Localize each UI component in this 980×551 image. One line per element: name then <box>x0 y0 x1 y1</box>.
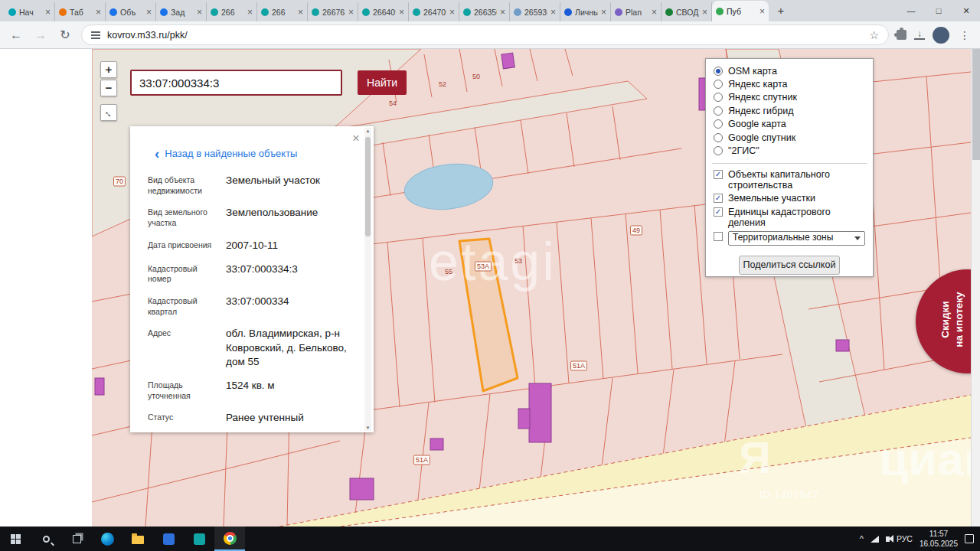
extensions-icon[interactable] <box>897 30 906 40</box>
tab-close-icon[interactable]: × <box>652 8 657 16</box>
browser-tab[interactable]: Личный× <box>560 2 611 21</box>
scroll-up-icon[interactable]: ▲ <box>364 129 371 133</box>
browser-tab[interactable]: СВОД О× <box>662 2 712 21</box>
browser-tab[interactable]: Таб× <box>55 2 106 21</box>
radio-icon[interactable] <box>714 80 723 89</box>
browser-tab[interactable]: 265936× <box>510 2 560 21</box>
start-button[interactable] <box>0 527 31 551</box>
url-text[interactable]: kovrov.m33.ru/pkk/ <box>107 30 862 41</box>
tray-expand-icon[interactable]: ^ <box>860 534 864 543</box>
volume-icon[interactable] <box>886 536 890 542</box>
downloads-icon[interactable]: ↓ <box>914 30 925 40</box>
base-layer-option[interactable]: Яндекс карта <box>714 77 865 90</box>
app-taskbar-button-2[interactable] <box>184 527 214 551</box>
radio-icon[interactable] <box>714 133 723 142</box>
chrome-taskbar-button[interactable] <box>214 527 245 551</box>
parcel-label[interactable]: 70 <box>113 177 126 187</box>
parcel-label[interactable]: 53А <box>475 262 492 272</box>
zoom-out-button[interactable]: − <box>100 80 117 96</box>
cadastral-search-input[interactable] <box>130 70 342 96</box>
browser-tab[interactable]: 266350× <box>459 2 510 21</box>
parcel-label[interactable]: 50 <box>472 73 480 80</box>
tab-close-icon[interactable]: × <box>500 8 505 16</box>
taskbar-search-button[interactable] <box>31 527 61 551</box>
parcel-label[interactable]: 51А <box>413 455 430 465</box>
edge-taskbar-button[interactable] <box>92 527 122 551</box>
explorer-taskbar-button[interactable] <box>122 527 153 551</box>
address-bar[interactable]: kovrov.m33.ru/pkk/ ☆ <box>81 24 889 45</box>
checkbox-icon[interactable]: ✓ <box>714 207 723 217</box>
close-icon[interactable]: × <box>352 131 360 146</box>
window-maximize-button[interactable]: □ <box>925 0 952 21</box>
browser-tab[interactable]: 264705× <box>409 2 459 21</box>
browser-tab[interactable]: 266× <box>207 2 257 21</box>
find-button[interactable]: Найти <box>358 70 407 95</box>
browser-tab[interactable]: 266763× <box>308 2 358 21</box>
zoom-in-button[interactable]: + <box>100 61 117 78</box>
parcel-label[interactable]: 55 <box>445 268 452 276</box>
radio-icon[interactable] <box>714 146 723 155</box>
tab-close-icon[interactable]: × <box>601 8 606 16</box>
browser-tab[interactable]: Нач× <box>5 2 55 21</box>
parcel-label[interactable]: 52 <box>439 80 446 88</box>
parcel-label[interactable]: 54 <box>389 99 397 107</box>
clock[interactable]: 11:57 16.05.2025 <box>920 529 958 549</box>
tab-close-icon[interactable]: × <box>96 8 101 16</box>
scrollbar-thumb[interactable] <box>365 137 371 236</box>
app-taskbar-button-1[interactable] <box>153 527 184 551</box>
page-scrollbar-thumb[interactable] <box>972 49 980 160</box>
new-tab-button[interactable]: + <box>772 2 790 20</box>
action-center-icon[interactable] <box>965 534 974 543</box>
base-layer-option[interactable]: Google спутник <box>714 131 865 144</box>
overlay-option[interactable]: ✓Единицы кадастрового деления <box>714 207 865 229</box>
tab-close-icon[interactable]: × <box>247 8 253 16</box>
browser-tab[interactable]: Объ× <box>106 2 156 21</box>
back-link[interactable]: ‹ Назад в найденные объекты <box>155 148 297 159</box>
fullscreen-button[interactable]: ↔ <box>100 104 117 121</box>
checkbox-icon[interactable]: ✓ <box>714 170 723 179</box>
territorial-zones-select[interactable]: Территориальные зоны <box>728 231 865 246</box>
back-button[interactable]: ← <box>8 28 24 42</box>
menu-kebab-icon[interactable]: ⋮ <box>957 29 972 41</box>
share-link-button[interactable]: Поделиться ссылкой <box>739 256 840 275</box>
tab-close-icon[interactable]: × <box>760 8 765 15</box>
tab-close-icon[interactable]: × <box>702 8 707 16</box>
profile-avatar[interactable] <box>933 27 949 44</box>
language-indicator[interactable]: РУС <box>897 534 913 543</box>
radio-icon[interactable] <box>714 67 723 76</box>
base-layer-option[interactable]: Яндекс гибрид <box>714 104 865 117</box>
page-scrollbar[interactable] <box>971 49 980 527</box>
reload-button[interactable]: ↻ <box>57 28 74 42</box>
bookmark-star-icon[interactable]: ☆ <box>869 29 879 41</box>
checkbox-icon[interactable]: ✓ <box>714 194 723 203</box>
panel-scrollbar[interactable]: ▲ ▼ <box>364 128 371 431</box>
window-close-button[interactable]: ✕ <box>952 0 980 21</box>
browser-tab[interactable]: 266× <box>257 2 308 21</box>
tab-close-icon[interactable]: × <box>449 8 455 16</box>
scroll-down-icon[interactable]: ▼ <box>364 425 371 430</box>
tab-close-icon[interactable]: × <box>298 8 303 16</box>
browser-tab[interactable]: Plan× <box>611 2 662 21</box>
overlay-option[interactable]: ✓Объекты капитального строительства <box>714 169 865 191</box>
tab-close-icon[interactable]: × <box>348 8 354 16</box>
base-layer-option[interactable]: OSM карта <box>714 64 865 77</box>
base-layer-option[interactable]: Яндекс спутник <box>714 91 865 104</box>
overlay-option[interactable]: ✓Земельные участки <box>714 193 865 204</box>
tab-close-icon[interactable]: × <box>146 8 152 16</box>
radio-icon[interactable] <box>714 119 723 129</box>
task-view-button[interactable] <box>61 527 92 551</box>
network-icon[interactable] <box>871 536 879 543</box>
base-layer-option[interactable]: Google карта <box>714 118 865 131</box>
window-minimize-button[interactable]: — <box>897 0 925 21</box>
territorial-zones-checkbox[interactable] <box>714 232 723 241</box>
parcel-label[interactable]: 51А <box>570 361 587 371</box>
radio-icon[interactable] <box>714 93 723 102</box>
tab-close-icon[interactable]: × <box>45 8 51 16</box>
browser-tab[interactable]: Пуб× <box>712 1 769 21</box>
browser-tab[interactable]: Зад× <box>156 2 207 21</box>
forward-button[interactable]: → <box>32 28 49 42</box>
tab-close-icon[interactable]: × <box>399 8 404 16</box>
radio-icon[interactable] <box>714 106 723 116</box>
browser-tab[interactable]: 266409× <box>358 2 409 21</box>
parcel-label[interactable]: 49 <box>630 226 642 236</box>
